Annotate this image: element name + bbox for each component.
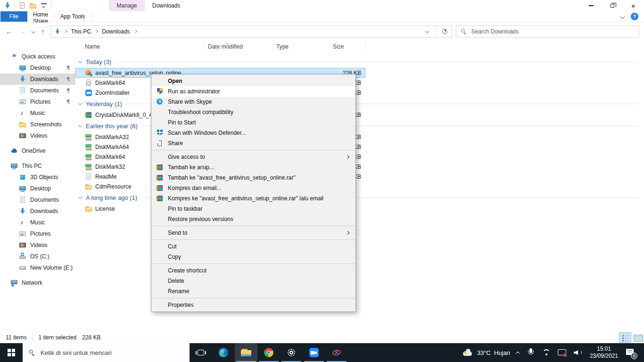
group-collapse-icon[interactable] xyxy=(78,59,82,63)
taskbar-app[interactable] xyxy=(257,343,280,362)
column-header[interactable]: Type xyxy=(273,41,330,53)
context-menu-item[interactable]: Kompres dan email... xyxy=(151,183,355,193)
restore-button[interactable] xyxy=(602,0,623,11)
properties-icon[interactable] xyxy=(18,2,26,9)
context-menu-item[interactable]: Send to xyxy=(151,228,355,238)
thumbnail-view-button[interactable] xyxy=(631,332,644,343)
context-menu-item[interactable]: Pin to Start xyxy=(151,117,355,128)
group-collapse-icon[interactable] xyxy=(78,123,82,127)
up-icon[interactable]: ↑ xyxy=(41,27,45,35)
tab-file[interactable]: File xyxy=(0,11,27,22)
sidebar-item[interactable]: Downloads xyxy=(0,206,75,217)
close-button[interactable]: × xyxy=(623,0,644,11)
search-input[interactable] xyxy=(471,28,639,35)
taskbar-app[interactable] xyxy=(212,343,235,362)
tab-app-tools[interactable]: App Tools xyxy=(54,11,91,22)
hidden-icons-chevron-icon[interactable] xyxy=(516,351,520,355)
sidebar-item[interactable]: Pictures xyxy=(0,96,75,107)
taskbar-app[interactable] xyxy=(303,343,325,362)
sidebar-item-icon xyxy=(19,241,26,249)
sidebar-item[interactable]: Documents xyxy=(0,194,75,206)
breadcrumb-item[interactable]: Downloads xyxy=(101,28,131,35)
sidebar-item[interactable]: Downloads xyxy=(0,74,75,85)
sidebar-item[interactable]: Desktop xyxy=(0,183,75,194)
customize-toolbar-icon[interactable] xyxy=(40,2,48,9)
back-icon[interactable]: ← xyxy=(6,27,13,35)
minimize-icon xyxy=(589,5,594,6)
ribbon-collapse-icon[interactable] xyxy=(620,14,625,19)
context-menu-item[interactable]: Cut xyxy=(151,241,355,252)
taskbar-search-input[interactable] xyxy=(41,349,173,356)
sidebar-item[interactable]: New Volume (E:) xyxy=(0,262,75,273)
taskbar-search-box[interactable] xyxy=(23,343,190,362)
sidebar-item-icon xyxy=(19,75,26,83)
sidebar-item[interactable]: Screenshots xyxy=(0,119,75,130)
taskbar-app[interactable] xyxy=(325,343,348,362)
sidebar-item[interactable]: Documents xyxy=(0,85,75,96)
explorer-search-box[interactable] xyxy=(456,25,640,38)
context-menu-item[interactable]: Scan with Windows Defender... xyxy=(151,128,355,138)
sidebar-item[interactable]: Desktop xyxy=(0,62,75,74)
context-menu-item[interactable]: Give access to xyxy=(151,152,355,162)
sidebar-item[interactable]: This PC xyxy=(0,160,75,172)
sidebar-item[interactable]: OneDrive xyxy=(0,145,75,156)
group-header[interactable]: Today (3) xyxy=(75,56,637,68)
wifi-icon[interactable] xyxy=(541,347,552,358)
context-menu-item[interactable]: Share with Skype xyxy=(151,97,355,107)
sidebar-item[interactable]: Music xyxy=(0,107,75,119)
context-menu-item[interactable]: Create shortcut xyxy=(151,265,355,276)
new-folder-icon[interactable] xyxy=(29,2,37,9)
taskbar-app[interactable] xyxy=(235,343,257,362)
context-menu-item[interactable]: Share xyxy=(151,138,355,148)
sidebar-item[interactable]: OS (C:) xyxy=(0,251,75,262)
ribbon-tab[interactable]: Home xyxy=(27,11,54,18)
system-tray: 33°C Hujan 15:01 23/09/2021 5 xyxy=(461,343,644,362)
breadcrumb-chevron-icon[interactable] xyxy=(95,30,98,33)
context-menu-item[interactable]: Kompres ke "avast_free_antivirus_setup_o… xyxy=(151,193,355,204)
taskbar-clock[interactable]: 15:01 23/09/2021 xyxy=(587,346,620,360)
refresh-button[interactable] xyxy=(438,26,452,37)
group-collapse-icon[interactable] xyxy=(78,195,82,199)
action-center-icon[interactable]: 5 xyxy=(625,347,636,358)
sidebar-item[interactable]: Videos xyxy=(0,239,75,251)
sidebar-item[interactable]: 3D Objects xyxy=(0,172,75,183)
context-menu-item[interactable]: Rename xyxy=(151,286,355,296)
context-menu-item[interactable]: Copy xyxy=(151,252,355,262)
sidebar-item[interactable]: Pictures xyxy=(0,228,75,239)
context-menu-item[interactable]: Run as administrator xyxy=(151,86,355,97)
context-menu-item[interactable]: Troubleshoot compatibility xyxy=(151,107,355,117)
context-menu-item[interactable]: Properties xyxy=(151,300,355,310)
context-menu-item[interactable]: Tambah ke arsip... xyxy=(151,162,355,173)
microphone-icon[interactable] xyxy=(525,347,537,358)
group-collapse-icon[interactable] xyxy=(78,101,82,105)
help-button[interactable]: ? xyxy=(631,13,638,20)
start-button[interactable] xyxy=(0,343,23,362)
minimize-button[interactable] xyxy=(580,0,602,11)
sidebar-item[interactable]: Network xyxy=(0,277,75,288)
screen-record-icon[interactable] xyxy=(556,347,568,358)
taskbar-app[interactable] xyxy=(280,343,303,362)
task-view-button[interactable] xyxy=(190,343,212,362)
breadcrumb-chevron-icon[interactable] xyxy=(64,30,67,33)
recent-locations-icon[interactable] xyxy=(32,29,35,33)
breadcrumb-chevron-icon[interactable] xyxy=(134,30,137,33)
context-menu-item[interactable]: Delete xyxy=(151,276,355,286)
context-menu-item[interactable]: Tambah ke "avast_free_antivirus_setup_on… xyxy=(151,173,355,183)
volume-icon[interactable] xyxy=(572,347,583,358)
column-header[interactable]: Name xyxy=(75,41,205,53)
context-menu-item[interactable]: Open xyxy=(151,76,355,86)
address-dropdown-button[interactable] xyxy=(421,26,434,37)
breadcrumb-item[interactable]: This PC xyxy=(70,28,92,35)
column-header[interactable]: Size xyxy=(330,41,365,53)
contextual-tab-group[interactable]: Manage xyxy=(109,0,145,11)
sidebar-item[interactable]: Videos xyxy=(0,130,75,141)
address-bar[interactable]: This PC Downloads xyxy=(50,25,452,38)
column-header[interactable]: Date modified xyxy=(205,41,273,53)
sidebar-item[interactable]: Quick access xyxy=(0,51,75,62)
context-menu-item[interactable]: Restore previous versions xyxy=(151,214,355,224)
details-view-button[interactable] xyxy=(619,332,631,343)
weather-widget[interactable]: 33°C Hujan xyxy=(461,347,510,358)
sidebar-item[interactable]: Music xyxy=(0,217,75,228)
forward-icon[interactable]: → xyxy=(19,27,26,35)
context-menu-item[interactable]: Pin to taskbar xyxy=(151,204,355,214)
